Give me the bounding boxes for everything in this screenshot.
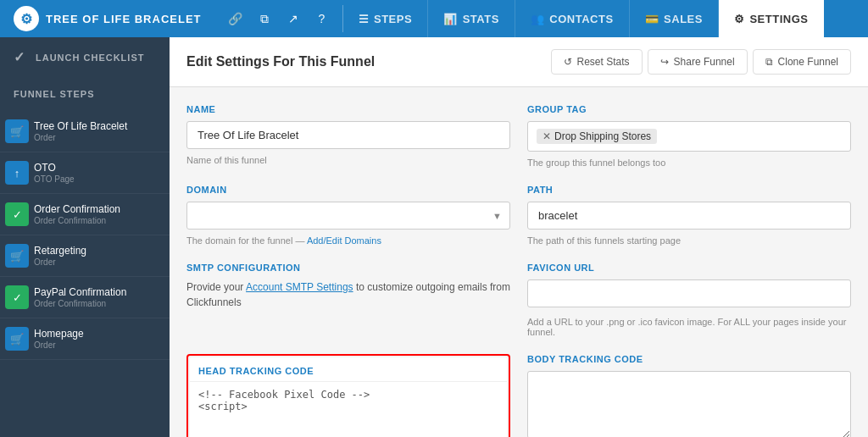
- head-tracking-section: HEAD TRACKING CODE <!-- Facebook Pixel C…: [186, 354, 510, 437]
- name-input[interactable]: [186, 121, 510, 149]
- sidebar-item-icon-col: 🛒: [0, 119, 34, 143]
- domain-select-wrap: ▼: [186, 202, 510, 230]
- favicon-hint: Add a URL to your .png or .ico favicon i…: [527, 317, 851, 337]
- sidebar-item-oto[interactable]: ↑ OTO OTO Page: [0, 152, 170, 194]
- sidebar-item-sub: Order: [34, 257, 163, 267]
- domain-hint: The domain for the funnel — Add/Edit Dom…: [186, 235, 510, 246]
- sidebar-item-name: Order Confirmation: [34, 203, 163, 215]
- sidebar-item-text: Retargeting Order: [34, 245, 170, 267]
- body-tracking-textarea[interactable]: [527, 371, 851, 437]
- launch-checklist-section[interactable]: ✓ LAUNCH CHECKLIST: [0, 37, 170, 77]
- app-logo: ⚙ TREE OF LIFE BRACELET: [0, 6, 215, 31]
- tag-chip: ✕ Drop Shipping Stores: [537, 129, 657, 144]
- check-icon: ✓: [5, 285, 29, 309]
- clone-icon: ⧉: [765, 56, 773, 68]
- tag-x-icon[interactable]: ✕: [542, 130, 551, 142]
- name-section: NAME Name of this funnel: [186, 104, 510, 168]
- path-hint: The path of this funnels starting page: [527, 235, 851, 246]
- sidebar-item-tree-of-life[interactable]: 🛒 Tree Of Life Bracelet Order: [0, 111, 170, 152]
- sidebar-item-text: PayPal Confirmation Order Confirmation: [34, 286, 170, 308]
- logo-gear-icon: ⚙: [14, 6, 39, 31]
- add-edit-domains-link[interactable]: Add/Edit Domains: [307, 235, 381, 246]
- clone-funnel-label: Clone Funnel: [778, 56, 838, 68]
- quick-action-icons: 🔗 ⧉ ↗ ?: [215, 5, 343, 32]
- sidebar-item-text: Tree Of Life Bracelet Order: [34, 120, 170, 142]
- content-header: Edit Settings For This Funnel ↺ Reset St…: [170, 37, 868, 87]
- link-icon-button[interactable]: 🔗: [222, 5, 249, 32]
- external-link-icon-button[interactable]: ↗: [280, 5, 307, 32]
- domain-select[interactable]: [186, 202, 510, 230]
- tab-sales[interactable]: 💳 SALES: [630, 0, 719, 37]
- domain-label: DOMAIN: [186, 185, 510, 195]
- reset-stats-label: Reset Stats: [577, 56, 630, 68]
- reset-stats-button[interactable]: ↺ Reset Stats: [551, 49, 643, 75]
- sales-icon: 💳: [645, 13, 659, 25]
- checklist-icon: ✓: [14, 49, 25, 65]
- reset-icon: ↺: [564, 56, 572, 68]
- body-tracking-label: BODY TRACKING CODE: [527, 354, 851, 364]
- sidebar-item-name: OTO: [34, 162, 163, 174]
- tag-chip-label: Drop Shipping Stores: [554, 130, 651, 142]
- settings-form: NAME Name of this funnel GROUP TAG ✕ Dro…: [170, 87, 868, 437]
- sidebar-item-paypal-confirmation[interactable]: ✓ PayPal Confirmation Order Confirmation: [0, 277, 170, 318]
- tab-contacts[interactable]: 👥 CONTACTS: [515, 0, 630, 37]
- path-label: PATH: [527, 185, 851, 195]
- tab-settings-label: SETTINGS: [749, 13, 808, 25]
- sidebar-item-sub: Order: [34, 340, 163, 350]
- sidebar-item-text: OTO OTO Page: [34, 162, 170, 184]
- sidebar-item-icon-col: ↑: [0, 161, 34, 185]
- stats-icon: 📊: [443, 13, 458, 25]
- name-hint: Name of this funnel: [186, 155, 510, 165]
- domain-section: DOMAIN ▼ The domain for the funnel — Add…: [186, 185, 510, 246]
- app-title: TREE OF LIFE BRACELET: [46, 13, 202, 25]
- body-tracking-section: BODY TRACKING CODE Funnel wide tracking …: [527, 354, 851, 437]
- sidebar-item-order-confirmation[interactable]: ✓ Order Confirmation Order Confirmation: [0, 194, 170, 235]
- sidebar: ✓ LAUNCH CHECKLIST FUNNEL STEPS 🛒 Tree O…: [0, 37, 170, 437]
- head-tracking-label: HEAD TRACKING CODE: [190, 357, 507, 376]
- group-tag-hint: The group this funnel belongs too: [527, 158, 851, 168]
- sidebar-item-retargeting[interactable]: 🛒 Retargeting Order: [0, 235, 170, 277]
- tab-steps-label: STEPS: [374, 13, 412, 25]
- favicon-input[interactable]: [527, 279, 851, 307]
- clone-funnel-button[interactable]: ⧉ Clone Funnel: [753, 49, 851, 75]
- share-funnel-button[interactable]: ↪ Share Funnel: [648, 49, 748, 75]
- copy-icon-button[interactable]: ⧉: [251, 5, 278, 32]
- sidebar-item-homepage[interactable]: 🛒 Homepage Order: [0, 318, 170, 360]
- head-tracking-textarea[interactable]: <!-- Facebook Pixel Code --> <script>: [190, 381, 507, 437]
- smtp-settings-link[interactable]: Account SMTP Settings: [246, 281, 353, 293]
- share-icon: ↪: [660, 56, 669, 68]
- header-actions: ↺ Reset Stats ↪ Share Funnel ⧉ Clone Fun…: [551, 49, 851, 75]
- cart-icon: 🛒: [5, 244, 29, 268]
- sidebar-item-sub: Order Confirmation: [34, 216, 163, 225]
- cart-icon: 🛒: [5, 119, 29, 143]
- launch-checklist-label: LAUNCH CHECKLIST: [36, 53, 144, 63]
- group-tag-section: GROUP TAG ✕ Drop Shipping Stores The gro…: [527, 104, 851, 168]
- settings-icon: ⚙: [734, 13, 745, 25]
- tab-settings[interactable]: ⚙ SETTINGS: [719, 0, 825, 37]
- content-title: Edit Settings For This Funnel: [186, 54, 375, 69]
- sidebar-item-sub: Order: [34, 133, 163, 142]
- sidebar-item-icon-col: 🛒: [0, 327, 34, 351]
- sidebar-item-text: Order Confirmation Order Confirmation: [34, 203, 170, 225]
- group-tag-box[interactable]: ✕ Drop Shipping Stores: [527, 121, 851, 152]
- smtp-description: Provide your Account SMTP Settings to cu…: [186, 279, 510, 310]
- sidebar-item-icon-col: ✓: [0, 202, 34, 226]
- top-navigation: ⚙ TREE OF LIFE BRACELET 🔗 ⧉ ↗ ? ☰ STEPS …: [0, 0, 868, 37]
- contacts-icon: 👥: [531, 13, 545, 25]
- sidebar-item-name: Homepage: [34, 328, 163, 340]
- smtp-label: SMTP CONFIGURATION: [186, 263, 510, 273]
- sidebar-item-sub: OTO Page: [34, 174, 163, 184]
- sidebar-item-sub: Order Confirmation: [34, 299, 163, 308]
- funnel-steps-section: FUNNEL STEPS: [0, 77, 170, 111]
- steps-icon: ☰: [359, 13, 370, 25]
- funnel-steps-label: FUNNEL STEPS: [14, 89, 95, 99]
- sidebar-item-text: Homepage Order: [34, 328, 170, 350]
- main-layout: ✓ LAUNCH CHECKLIST FUNNEL STEPS 🛒 Tree O…: [0, 37, 868, 437]
- name-label: NAME: [186, 104, 510, 114]
- path-input[interactable]: [527, 202, 851, 230]
- tab-stats[interactable]: 📊 STATS: [428, 0, 515, 37]
- tab-steps[interactable]: ☰ STEPS: [343, 0, 429, 37]
- help-icon-button[interactable]: ?: [309, 5, 336, 32]
- nav-tabs: ☰ STEPS 📊 STATS 👥 CONTACTS 💳 SALES ⚙ SET…: [343, 0, 869, 37]
- sidebar-item-icon-col: ✓: [0, 285, 34, 309]
